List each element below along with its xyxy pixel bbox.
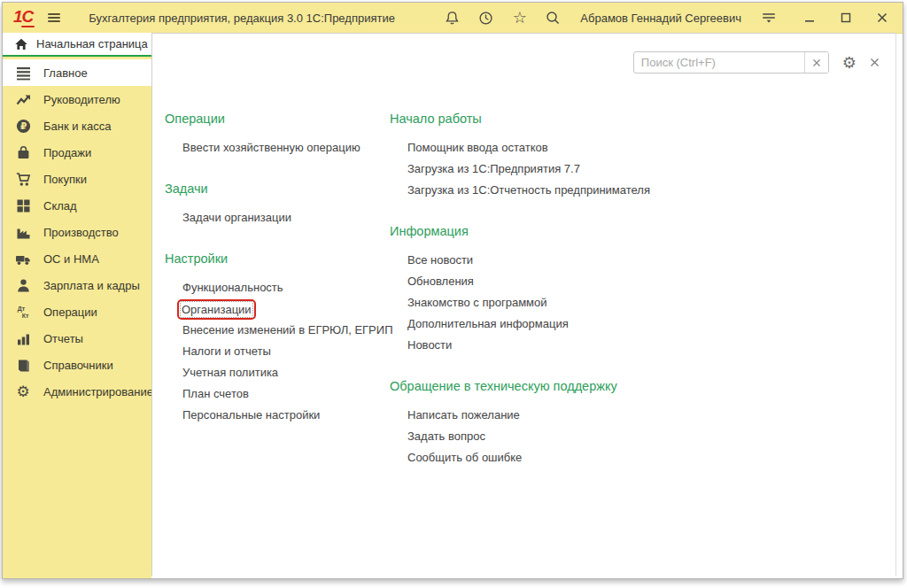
home-sections: Операции Ввести хозяйственную операцию З…	[165, 112, 887, 491]
sidebar-item-label: Операции	[43, 306, 97, 319]
search-clear-icon[interactable]	[804, 52, 828, 73]
sidebar-item-label: Главное	[43, 66, 88, 80]
svg-text:₽: ₽	[20, 120, 27, 131]
home-icon	[14, 37, 28, 51]
section-title: Операции	[165, 112, 390, 127]
link-zadat-vopros[interactable]: Задать вопрос	[407, 426, 887, 447]
history-icon[interactable]	[477, 10, 494, 27]
link-novosti[interactable]: Новости	[407, 335, 887, 356]
bag-icon	[3, 145, 43, 160]
sidebar-item-glavnoe[interactable]: Главное	[3, 59, 151, 86]
sidebar-item-label: Отчеты	[43, 332, 83, 345]
search-field-group	[633, 51, 829, 74]
section-title: Обращение в техническую поддержку	[390, 379, 887, 394]
sidebar-item-label: Покупки	[43, 173, 87, 186]
column-left: Операции Ввести хозяйственную операцию З…	[165, 112, 390, 491]
sidebar-item-bank-i-kassa[interactable]: ₽ Банк и касса	[3, 112, 151, 139]
link-nalogi-i-otchety[interactable]: Налоги и отчеты	[182, 341, 390, 362]
favorites-star-icon[interactable]: ☆	[511, 10, 528, 27]
section-title: Информация	[390, 224, 887, 239]
section-title: Задачи	[165, 182, 390, 197]
sidebar-item-label: Администрирование	[43, 385, 153, 398]
sidebar-item-prodazhi[interactable]: Продажи	[3, 139, 151, 166]
sidebar-item-otchety[interactable]: Отчеты	[3, 325, 151, 352]
link-obnovleniya[interactable]: Обновления	[407, 271, 887, 292]
section-informaciya: Информация Все новости Обновления Знаком…	[390, 224, 887, 356]
gear-icon: ⚙	[3, 384, 43, 399]
section-nastroiki: Настройки Функциональность Организации В…	[165, 251, 390, 426]
sidebar-item-os-i-nma[interactable]: ОС и НМА	[3, 245, 151, 272]
sidebar-item-proizvodstvo[interactable]: Производство	[3, 219, 151, 245]
link-zagruzka-otchetnost[interactable]: Загрузка из 1С:Отчетность предпринимател…	[407, 180, 887, 201]
searchbar: ⚙	[633, 51, 880, 74]
sidebar-item-spravochniki[interactable]: Справочники	[3, 352, 151, 378]
link-napisat-pozhelanie[interactable]: Написать пожелание	[407, 405, 887, 426]
titlebar: 1С Бухгалтерия предприятия, редакция 3.0…	[3, 3, 903, 34]
link-funkcionalnost[interactable]: Функциональность	[182, 277, 390, 298]
sidebar-item-label: Производство	[43, 226, 119, 239]
link-zadachi-organizacii[interactable]: Задачи организации	[182, 207, 390, 228]
link-vse-novosti[interactable]: Все новости	[407, 250, 887, 271]
sidebar-item-rukovoditelyu[interactable]: Руководителю	[3, 86, 151, 112]
notifications-bell-icon[interactable]	[444, 10, 461, 27]
panel-close-icon[interactable]	[870, 58, 880, 67]
window-title: Бухгалтерия предприятия, редакция 3.0 1С…	[89, 12, 395, 25]
sidebar-item-administrirovanie[interactable]: ⚙ Администрирование	[3, 378, 151, 405]
link-znakomstvo[interactable]: Знакомство с программой	[407, 292, 887, 313]
link-egrul-egrip[interactable]: Внесение изменений в ЕГРЮЛ, ЕГРИП	[182, 320, 390, 341]
maximize-button[interactable]	[837, 10, 854, 27]
trend-icon	[3, 92, 43, 107]
sidebar-nav: Главное Руководителю ₽ Банк и касса Прод…	[3, 57, 151, 405]
link-dop-informaciya[interactable]: Дополнительная информация	[407, 313, 887, 335]
grid-icon	[3, 198, 43, 213]
sidebar-item-label: Зарплата и кадры	[43, 279, 140, 292]
link-personalnye-nastroiki[interactable]: Персональные настройки	[182, 405, 390, 426]
person-icon	[3, 278, 43, 293]
global-search-icon[interactable]	[545, 10, 562, 27]
bar-chart-icon	[3, 331, 43, 346]
sidebar-item-label: Руководителю	[43, 93, 120, 106]
link-zagruzka-77[interactable]: Загрузка из 1С:Предприятия 7.7	[407, 159, 887, 180]
section-nachalo-raboty: Начало работы Помощник ввода остатков За…	[390, 112, 887, 201]
link-pomoshnik-ostatkov[interactable]: Помощник ввода остатков	[407, 137, 887, 159]
minimize-button[interactable]	[801, 10, 818, 27]
factory-icon	[3, 225, 43, 240]
ruble-circle-icon: ₽	[3, 119, 43, 134]
main-menu-icon[interactable]	[45, 10, 62, 27]
column-right: Начало работы Помощник ввода остатков За…	[390, 112, 887, 491]
sidebar-item-label: Справочники	[43, 359, 113, 372]
panel-settings-gear-icon[interactable]: ⚙	[842, 55, 857, 71]
truck-icon	[3, 251, 43, 267]
dtkt-icon: ДтКт	[3, 306, 43, 319]
sidebar-item-operacii[interactable]: ДтКт Операции	[3, 298, 151, 325]
search-input[interactable]	[634, 52, 804, 73]
link-vvesti-operaciyu[interactable]: Ввести хозяйственную операцию	[182, 137, 390, 159]
sidebar: Начальная страница Главное Руководителю …	[3, 33, 151, 578]
section-tehpodderzhka: Обращение в техническую поддержку Написа…	[390, 379, 887, 468]
link-organizacii[interactable]: Организации	[182, 303, 252, 316]
link-plan-schetov[interactable]: План счетов	[182, 383, 390, 405]
service-settings-icon[interactable]	[760, 10, 777, 27]
sidebar-item-zarplata-i-kadry[interactable]: Зарплата и кадры	[3, 272, 151, 298]
link-uchetnaya-politika[interactable]: Учетная политика	[182, 362, 390, 383]
tab-home-page[interactable]: Начальная страница	[3, 33, 151, 57]
tab-label: Начальная страница	[36, 37, 148, 50]
sidebar-item-pokupki[interactable]: Покупки	[3, 166, 151, 192]
app-window: 1С Бухгалтерия предприятия, редакция 3.0…	[2, 2, 903, 579]
close-button[interactable]	[873, 10, 890, 27]
sidebar-item-label: ОС и НМА	[43, 252, 99, 266]
section-zadachi: Задачи Задачи организации	[165, 182, 390, 228]
sidebar-item-sklad[interactable]: Склад	[3, 192, 151, 219]
cart-icon	[3, 172, 43, 187]
sidebar-item-label: Продажи	[43, 146, 91, 159]
current-user[interactable]: Абрамов Геннадий Сергеевич	[580, 12, 741, 25]
home-page-panel: ⚙ Операции Ввести хозяйственную операцию…	[151, 33, 896, 576]
menu-lines-icon	[3, 66, 43, 81]
section-title: Начало работы	[390, 112, 887, 127]
section-title: Настройки	[165, 251, 390, 267]
sidebar-item-label: Склад	[43, 199, 77, 213]
section-operacii: Операции Ввести хозяйственную операцию	[165, 112, 390, 159]
1c-logo: 1С	[13, 8, 33, 27]
link-soobshit-ob-oshibke[interactable]: Сообщить об ошибке	[407, 447, 887, 468]
sidebar-item-label: Банк и касса	[43, 120, 112, 133]
